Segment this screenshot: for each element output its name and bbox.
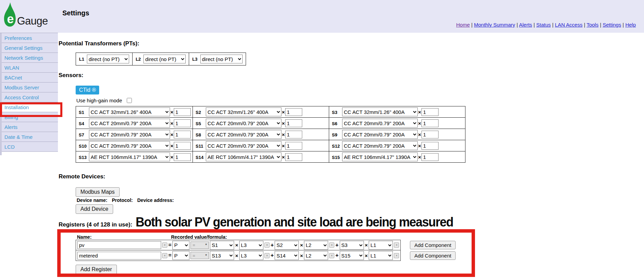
sensor-type-select-s2[interactable]: CC ACT 32mm/1.26" 400A (206, 107, 281, 116)
sidebar-item-label: BACnet (4, 75, 22, 80)
sensor-scale-input-s6[interactable] (421, 119, 439, 127)
sensor-type-select-s3[interactable]: CC ACT 32mm/1.26" 400A (342, 107, 418, 116)
sensor-scale-input-s14[interactable] (285, 153, 302, 161)
add-component-button[interactable]: Add Component (410, 241, 456, 249)
component-sensor-select-s14[interactable]: S14 (275, 251, 299, 260)
register-subtype-value: = (193, 243, 195, 248)
sensor-scale-input-s11[interactable] (285, 142, 302, 150)
nav-link-alerts[interactable]: Alerts (519, 22, 532, 28)
register-name-input-metered[interactable] (77, 252, 161, 260)
remove-register-button[interactable]: × (162, 243, 167, 248)
sidebar-item-access-control[interactable]: Access Control (0, 92, 58, 102)
sensor-type-select-s1[interactable]: CC ACT 32mm/1.26" 400A (89, 107, 170, 116)
sensor-type-select-s10[interactable]: CC ACT 20mm/0.79" 200A (89, 141, 170, 150)
sensor-type-select-s7[interactable]: CC ACT 20mm/0.79" 200A (89, 130, 170, 139)
pt-cell-l1: L1direct (no PT) (76, 53, 133, 65)
pt-select-l2[interactable]: direct (no PT) (143, 55, 186, 63)
sensor-scale-input-s7[interactable] (174, 131, 191, 138)
sensor-scale-input-s3[interactable] (421, 108, 439, 116)
component-sensor-select-s1[interactable]: S1 (210, 241, 234, 250)
sensor-scale-input-s4[interactable] (174, 119, 191, 127)
nav-link-status[interactable]: Status (536, 22, 551, 28)
sidebar-item-lcd[interactable]: LCD (0, 142, 58, 152)
remove-register-button[interactable]: × (162, 253, 167, 258)
nav-link-lan-access[interactable]: LAN Access (555, 22, 583, 28)
sidebar-item-preferences[interactable]: Preferences (0, 33, 58, 43)
sensor-scale-input-s10[interactable] (174, 142, 191, 150)
sidebar-item-installation[interactable]: Installation (0, 102, 58, 112)
component-line-select-s3-l1[interactable]: L1 (369, 241, 393, 250)
sensor-type-select-s13[interactable]: AE RCT 106mm/4.17" 1390A (89, 152, 170, 161)
sensor-scale-input-s1[interactable] (174, 108, 191, 116)
sensor-type-select-s11[interactable]: CC ACT 20mm/0.79" 200A (206, 141, 281, 150)
register-subtype-hint: * (205, 243, 207, 248)
remove-component-button[interactable]: × (264, 243, 270, 248)
sensor-type-select-s12[interactable]: CC ACT 20mm/0.79" 200A (342, 141, 418, 150)
sidebar-item-wlan[interactable]: WLAN (0, 63, 58, 73)
sensor-type-select-s4[interactable]: CC ACT 20mm/0.79" 200A (89, 119, 170, 128)
register-type-select-metered[interactable]: P (172, 251, 189, 260)
component-sensor-select-s2[interactable]: S2 (275, 241, 299, 250)
nav-link-home[interactable]: Home (456, 22, 470, 28)
sensor-cell-s14: S14AE RCT 106mm/4.17" 1390A× (193, 151, 329, 163)
sensor-scale-input-s12[interactable] (421, 142, 439, 150)
remove-component-button[interactable]: × (264, 253, 270, 258)
add-device-button[interactable]: Add Device (76, 204, 113, 214)
sensor-scale-input-s9[interactable] (421, 131, 439, 138)
component-line-select-s2-l2[interactable]: L2 (304, 241, 328, 250)
add-register-button[interactable]: Add Register (76, 265, 117, 274)
sidebar-item-date-time[interactable]: Date & Time (0, 132, 58, 142)
component-line-select-s15-l1[interactable]: L1 (369, 251, 393, 260)
sidebar-item-modbus-server[interactable]: Modbus Server (0, 83, 58, 92)
ctid-button[interactable]: CTid ® (76, 86, 99, 94)
pt-select-l1[interactable]: direct (no PT) (87, 55, 129, 63)
sidebar-item-bacnet[interactable]: BACnet (0, 73, 58, 83)
nav-separator: | (582, 22, 586, 28)
nav-link-settings[interactable]: Settings (603, 22, 621, 28)
nav-link-help[interactable]: Help (625, 22, 636, 28)
remove-component-button[interactable]: × (394, 243, 399, 248)
sensor-label: S10 (79, 144, 89, 149)
sidebar-item-network-settings[interactable]: Network Settings (0, 53, 58, 63)
sensor-type-select-s15[interactable]: AE RCT 106mm/4.17" 1390A (342, 152, 418, 161)
pt-select-l3[interactable]: direct (no PT) (200, 55, 243, 63)
sensor-scale-input-s15[interactable] (421, 153, 439, 161)
registers-heading-row: Registers (4 of 128 in use): Both solar … (59, 215, 470, 230)
multiply-operator: × (282, 109, 285, 115)
sidebar-item-billing[interactable]: Billing (0, 112, 58, 122)
component-sensor-select-s13[interactable]: S13 (210, 251, 234, 260)
nav-link-tools[interactable]: Tools (586, 22, 598, 28)
sidebar-item-label: LCD (4, 144, 15, 150)
sensor-scale-input-s13[interactable] (174, 153, 191, 161)
sensor-scale-input-s5[interactable] (285, 119, 302, 127)
sensor-type-select-s9[interactable]: CC ACT 20mm/0.79" 200A (342, 130, 418, 139)
register-type-select-pv[interactable]: P (172, 241, 189, 250)
remove-component-button[interactable]: × (329, 253, 334, 258)
sensor-cell-s2: S2CC ACT 32mm/1.26" 400A× (193, 106, 329, 118)
register-name-input-pv[interactable] (77, 241, 161, 249)
component-line-select-s14-l2[interactable]: L2 (304, 251, 328, 260)
high-gain-checkbox[interactable] (127, 98, 132, 103)
sensor-label: S7 (79, 132, 89, 137)
sensor-label: S3 (332, 110, 342, 115)
sidebar-item-label: WLAN (4, 65, 19, 71)
component-line-select-s1-l3[interactable]: L3 (239, 241, 263, 250)
sensor-type-select-s8[interactable]: CC ACT 20mm/0.79" 200A (206, 130, 281, 139)
sensor-scale-input-s8[interactable] (285, 131, 302, 138)
sensor-type-select-s5[interactable]: CC ACT 20mm/0.79" 200A (206, 119, 281, 128)
sensor-type-select-s6[interactable]: CC ACT 20mm/0.79" 200A (342, 119, 418, 128)
add-component-button[interactable]: Add Component (410, 251, 456, 260)
remove-component-button[interactable]: × (394, 253, 399, 258)
multiply-operator: × (300, 253, 303, 259)
component-sensor-select-s3[interactable]: S3 (340, 241, 364, 250)
sensor-scale-input-s2[interactable] (285, 108, 302, 116)
multiply-operator: × (170, 154, 173, 160)
sidebar-item-alerts[interactable]: Alerts (0, 122, 58, 132)
sidebar-item-general-settings[interactable]: General Settings (0, 43, 58, 53)
component-sensor-select-s15[interactable]: S15 (340, 251, 364, 260)
nav-link-monthly-summary[interactable]: Monthly Summary (474, 22, 515, 28)
remove-component-button[interactable]: × (329, 243, 334, 248)
sensor-type-select-s14[interactable]: AE RCT 106mm/4.17" 1390A (206, 152, 281, 161)
component-line-select-s13-l3[interactable]: L3 (239, 251, 263, 260)
modbus-maps-button[interactable]: Modbus Maps (76, 187, 120, 197)
